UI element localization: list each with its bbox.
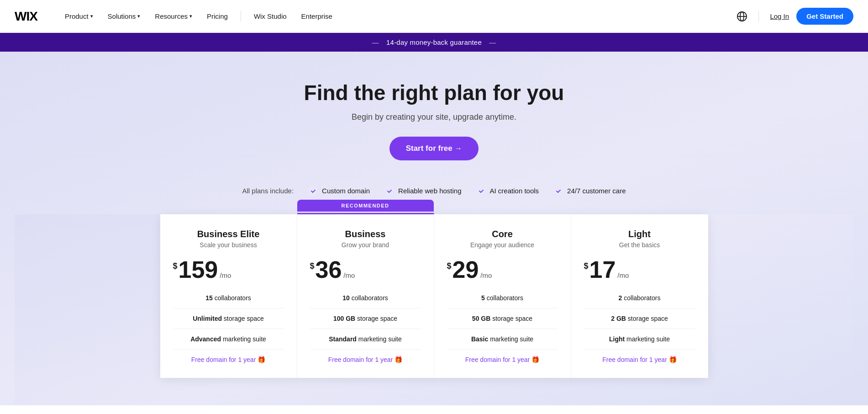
feature-domain: Free domain for 1 year🎁 (173, 356, 284, 363)
plan-features: 15 collaborators Unlimited storage space… (173, 294, 284, 363)
check-icon (308, 186, 318, 196)
feature-storage: 2 GB storage space (584, 315, 695, 329)
nav-links: Product ▾ Solutions ▾ Resources ▾ Pricin… (59, 9, 398, 24)
price-period: /mo (343, 271, 355, 279)
plan-card-core: Core Engage your audience $ 29 /mo 5 col… (434, 214, 571, 378)
feature-custom-domain: Custom domain (308, 186, 370, 196)
pricing-section: Business Elite Scale your business $ 159… (15, 214, 853, 405)
chevron-down-icon: ▾ (90, 13, 93, 19)
nav-item-product[interactable]: Product ▾ (59, 9, 99, 24)
price-amount: 29 (452, 258, 479, 281)
nav-item-wix-studio[interactable]: Wix Studio (248, 9, 292, 24)
feature-web-hosting: Reliable web hosting (384, 186, 461, 196)
get-started-button[interactable]: Get Started (796, 8, 853, 25)
hero-cta-button[interactable]: Start for free → (389, 137, 479, 160)
navbar: WIX Product ▾ Solutions ▾ Resources ▾ Pr… (0, 0, 868, 33)
feature-marketing: Light marketing suite (584, 335, 695, 350)
chevron-down-icon: ▾ (137, 13, 140, 19)
promo-dash-left: — (372, 38, 379, 46)
feature-collaborators: 5 collaborators (447, 294, 558, 308)
recommended-badge: RECOMMENDED (297, 200, 434, 212)
hero-subtitle: Begin by creating your site, upgrade any… (15, 112, 853, 122)
check-icon (553, 186, 563, 196)
plan-name: Core (447, 229, 558, 239)
plan-tagline: Get the basics (584, 241, 695, 249)
price-period: /mo (480, 271, 492, 279)
feature-collaborators: 2 collaborators (584, 294, 695, 308)
price-period: /mo (617, 271, 629, 279)
plan-tagline: Grow your brand (310, 241, 421, 249)
plan-price: $ 159 /mo (173, 258, 284, 281)
login-button[interactable]: Log In (770, 12, 789, 20)
plan-name: Light (584, 229, 695, 239)
check-icon (476, 186, 486, 196)
promo-banner: — 14-day money-back guarantee — (0, 33, 868, 52)
feature-ai-tools: AI creation tools (476, 186, 539, 196)
feature-customer-care: 24/7 customer care (553, 186, 626, 196)
plan-features: 10 collaborators 100 GB storage space St… (310, 294, 421, 363)
plan-price: $ 36 /mo (310, 258, 421, 281)
globe-icon[interactable] (736, 11, 747, 22)
price-dollar: $ (584, 261, 589, 271)
navbar-right: Log In Get Started (736, 8, 853, 25)
plans-include-label: All plans include: (242, 187, 294, 195)
nav-item-resources[interactable]: Resources ▾ (149, 9, 198, 24)
feature-storage: 50 GB storage space (447, 315, 558, 329)
price-dollar: $ (310, 261, 315, 271)
promo-dash-right: — (489, 38, 496, 46)
price-amount: 36 (316, 258, 342, 281)
plan-name: Business (310, 229, 421, 239)
feature-collaborators: 10 collaborators (310, 294, 421, 308)
plan-features: 5 collaborators 50 GB storage space Basi… (447, 294, 558, 363)
check-icon (384, 186, 395, 196)
feature-domain: Free domain for 1 year🎁 (584, 356, 695, 363)
nav-item-solutions[interactable]: Solutions ▾ (102, 9, 146, 24)
feature-storage: 100 GB storage space (310, 315, 421, 329)
pricing-cards: Business Elite Scale your business $ 159… (160, 214, 708, 378)
plan-price: $ 17 /mo (584, 258, 695, 281)
hero-section: Find the right plan for you Begin by cre… (0, 52, 868, 405)
plan-tagline: Scale your business (173, 241, 284, 249)
plan-tagline: Engage your audience (447, 241, 558, 249)
feature-marketing: Advanced marketing suite (173, 335, 284, 350)
price-amount: 159 (179, 258, 218, 281)
nav-item-enterprise[interactable]: Enterprise (296, 9, 338, 24)
feature-domain: Free domain for 1 year🎁 (310, 356, 421, 363)
plans-include: All plans include: Custom domain Reliabl… (15, 179, 853, 214)
plan-price: $ 29 /mo (447, 258, 558, 281)
plan-name: Business Elite (173, 229, 284, 239)
feature-domain: Free domain for 1 year🎁 (447, 356, 558, 363)
plan-card-business: RECOMMENDED Business Grow your brand $ 3… (297, 213, 434, 378)
plan-card-light: Light Get the basics $ 17 /mo 2 collabor… (571, 214, 708, 378)
logo[interactable]: WIX (15, 9, 37, 24)
nav-separator-right (758, 11, 759, 22)
price-period: /mo (220, 271, 231, 279)
feature-collaborators: 15 collaborators (173, 294, 284, 308)
feature-marketing: Basic marketing suite (447, 335, 558, 350)
price-amount: 17 (589, 258, 616, 281)
nav-separator (241, 11, 241, 22)
nav-item-pricing[interactable]: Pricing (201, 9, 233, 24)
plan-card-business-elite: Business Elite Scale your business $ 159… (160, 214, 297, 378)
feature-marketing: Standard marketing suite (310, 335, 421, 350)
price-dollar: $ (173, 261, 178, 271)
price-dollar: $ (447, 261, 452, 271)
plan-features: 2 collaborators 2 GB storage space Light… (584, 294, 695, 363)
promo-text: 14-day money-back guarantee (386, 38, 482, 46)
chevron-down-icon: ▾ (189, 13, 192, 19)
hero-title: Find the right plan for you (15, 81, 853, 105)
feature-storage: Unlimited storage space (173, 315, 284, 329)
